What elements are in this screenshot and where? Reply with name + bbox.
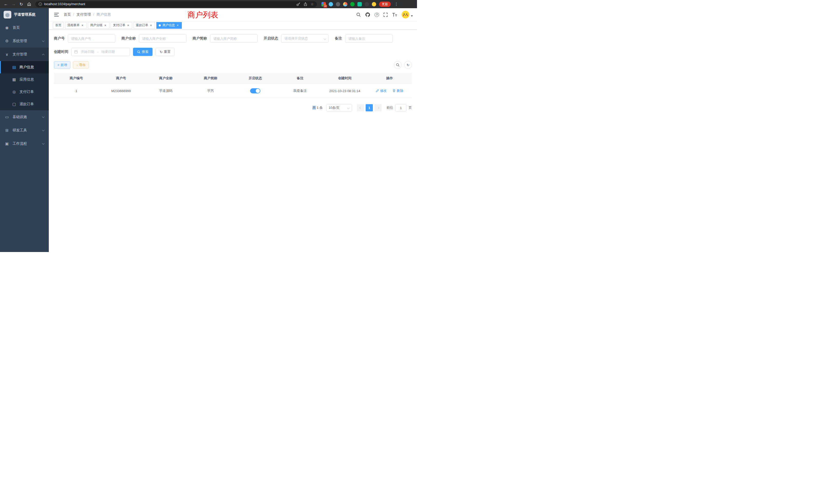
payment-submenu: ▤ 商户信息 ▦ 应用信息 ◎ 支付订单 ▢ 退款订单 xyxy=(0,61,49,110)
page-size-select[interactable]: 10条/页 xyxy=(326,104,352,111)
chevron-up-icon xyxy=(42,54,45,56)
sidebar-item-app-info[interactable]: ▦ 应用信息 xyxy=(0,73,49,86)
navbar-actions xyxy=(356,11,413,19)
tab-home[interactable]: 首页 xyxy=(53,22,64,29)
tab-process-form[interactable]: 流程表单 xyxy=(65,22,87,29)
delete-link[interactable]: 删除 xyxy=(392,89,403,93)
cell-remark: 我是备注 xyxy=(278,84,322,98)
chevron-down-icon xyxy=(324,38,326,40)
close-icon[interactable] xyxy=(176,24,179,27)
grid-icon: ▦ xyxy=(12,77,17,82)
extension-icon-blue[interactable] xyxy=(329,2,333,6)
profile-avatar-icon[interactable] xyxy=(372,2,376,6)
close-icon[interactable] xyxy=(81,24,84,27)
edit-link[interactable]: 修改 xyxy=(376,89,387,93)
sidebar-item-refund-orders[interactable]: ▢ 退款订单 xyxy=(0,98,49,110)
tab-pay-orders[interactable]: 支付订单 xyxy=(111,22,132,29)
toggle-search-button[interactable] xyxy=(394,61,401,69)
extension-icon-colorful[interactable]: 10 xyxy=(322,2,326,6)
prev-page-button[interactable] xyxy=(357,104,364,111)
home-button[interactable] xyxy=(26,1,32,7)
tab-merchant-info[interactable]: 商户信息 xyxy=(156,22,182,29)
browser-update-button[interactable]: 更新 xyxy=(379,2,391,7)
chevron-down-icon xyxy=(42,142,45,144)
merchant-no-label: 商户号 xyxy=(54,36,65,41)
close-icon[interactable] xyxy=(104,24,107,27)
sidebar-item-system[interactable]: ⚙ 系统管理 xyxy=(0,35,49,48)
search-button[interactable]: 搜索 xyxy=(133,48,153,56)
page-number-button[interactable]: 1 xyxy=(366,104,373,111)
hamburger-icon[interactable] xyxy=(53,12,60,17)
next-page-button[interactable] xyxy=(374,104,381,111)
goto-page-input[interactable] xyxy=(395,104,407,111)
extension-icon-green-circle[interactable] xyxy=(350,2,355,6)
url-text: localhost:1024/pay/merchant xyxy=(44,2,85,6)
github-icon[interactable] xyxy=(365,12,370,17)
column-header-id: 商户编号 xyxy=(54,73,98,84)
app-logo[interactable]: 芋道管理系统 xyxy=(0,8,49,21)
password-key-icon[interactable] xyxy=(296,2,301,6)
refresh-table-button[interactable] xyxy=(404,61,412,69)
font-size-icon[interactable] xyxy=(392,13,397,17)
tab-refund-orders[interactable]: 退款订单 xyxy=(133,22,155,29)
sidebar-item-dev-tools[interactable]: ⊞ 研发工具 xyxy=(0,124,49,137)
column-header-remark: 备注 xyxy=(278,73,322,84)
merchant-no-input[interactable] xyxy=(68,35,115,43)
extension-icon-rainbow[interactable] xyxy=(343,2,347,6)
full-name-input[interactable] xyxy=(139,35,186,43)
filter-row-2: 创建时间 开始日期 - 结束日期 搜索 重置 xyxy=(54,48,412,56)
yen-icon: ¥ xyxy=(5,52,9,57)
chevron-left-icon xyxy=(359,107,362,109)
reset-button[interactable]: 重置 xyxy=(156,48,175,56)
info-icon[interactable] xyxy=(39,2,42,6)
refresh-icon xyxy=(160,50,162,54)
add-button[interactable]: 新增 xyxy=(54,61,70,69)
sidebar: 芋道管理系统 ◉ 首页 ⚙ 系统管理 ¥ 支付管理 ▤ 商户信息 xyxy=(0,8,49,252)
extension-icon-gray[interactable] xyxy=(336,2,340,6)
fullscreen-icon[interactable] xyxy=(383,13,388,17)
tab-label: 用户分组 xyxy=(90,23,103,27)
tab-label: 首页 xyxy=(55,23,61,27)
sidebar-item-workflow[interactable]: ▣ 工作流程 xyxy=(0,137,49,151)
search-icon[interactable] xyxy=(356,12,361,17)
extension-badge: 10 xyxy=(324,5,327,8)
extension-icon-paw[interactable] xyxy=(365,2,369,6)
remark-input[interactable] xyxy=(345,35,393,43)
address-bar[interactable]: localhost:1024/pay/merchant ☆ xyxy=(36,1,317,7)
share-icon[interactable] xyxy=(304,2,307,6)
date-range-picker[interactable]: 开始日期 - 结束日期 xyxy=(71,48,130,56)
user-avatar[interactable] xyxy=(401,11,413,19)
tags-view-bar: 首页 流程表单 用户分组 支付订单 退款订单 商户信息 xyxy=(49,21,417,30)
sidebar-item-payment[interactable]: ¥ 支付管理 xyxy=(0,48,49,61)
status-select[interactable]: 请选择开启状态 xyxy=(281,35,329,43)
back-button[interactable]: ← xyxy=(3,1,9,7)
short-name-input[interactable] xyxy=(210,35,258,43)
export-button[interactable]: 导出 xyxy=(73,61,89,69)
chevron-down-icon xyxy=(42,39,45,42)
remark-label: 备注 xyxy=(335,36,342,41)
tab-label: 商户信息 xyxy=(162,23,175,27)
close-icon[interactable] xyxy=(149,24,153,27)
date-start-placeholder: 开始日期 xyxy=(81,49,94,54)
sidebar-item-pay-orders[interactable]: ◎ 支付订单 xyxy=(0,86,49,98)
tab-user-group[interactable]: 用户分组 xyxy=(88,22,109,29)
bookmark-star-icon[interactable]: ☆ xyxy=(310,2,314,6)
sidebar-item-merchant-info[interactable]: ▤ 商户信息 xyxy=(0,61,49,73)
page-annotation: 商户列表 xyxy=(188,10,218,20)
status-toggle[interactable] xyxy=(250,88,260,93)
refresh-icon xyxy=(407,63,410,67)
plus-icon xyxy=(57,63,59,67)
date-separator: - xyxy=(97,50,98,54)
forward-button[interactable]: → xyxy=(10,1,17,7)
filter-row-1: 商户号 商户全称 商户简称 开启状态 请选择开启状态 xyxy=(54,35,412,43)
reload-button[interactable]: ↻ xyxy=(18,1,25,7)
extension-icon-green-square[interactable] xyxy=(357,2,362,6)
help-icon[interactable] xyxy=(375,13,379,17)
close-icon[interactable] xyxy=(126,24,130,27)
breadcrumb-payment[interactable]: 支付管理 xyxy=(76,12,96,17)
browser-menu-icon[interactable]: ⋮ xyxy=(394,2,399,6)
logo-image xyxy=(4,11,11,19)
breadcrumb-home[interactable]: 首页 xyxy=(64,12,76,17)
sidebar-item-infrastructure[interactable]: ▭ 基础设施 xyxy=(0,110,49,124)
sidebar-item-home[interactable]: ◉ 首页 xyxy=(0,21,49,35)
